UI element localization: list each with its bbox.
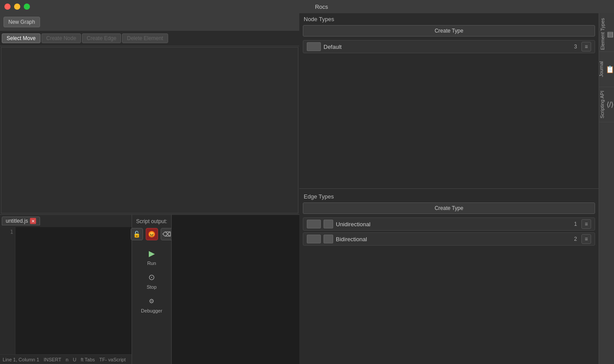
bottom-section: untitled.js ✕ 1 Line 1, Column 1 INSERT … [0, 214, 299, 364]
script-tab[interactable]: untitled.js ✕ [2, 217, 40, 225]
script-output-label: Script output: [136, 218, 167, 224]
debugger-label: Debugger [141, 308, 162, 313]
edge-type-color-uni[interactable] [307, 220, 321, 228]
node-type-color[interactable] [307, 42, 321, 51]
status-script: TF- vaScript [99, 357, 126, 362]
right-panel: Node Types Create Type Default 3 ≡ Edge … [299, 13, 599, 364]
line-numbers: 1 [0, 227, 15, 354]
section-divider [299, 188, 599, 189]
element-types-label: Element Types [600, 18, 605, 50]
lock-icon[interactable]: 🔓 [131, 228, 143, 240]
toolbar: New Graph [0, 13, 299, 31]
line-number-1: 1 [2, 229, 13, 235]
element-types-icon: ▤ [607, 30, 614, 38]
graph-canvas [1, 47, 298, 213]
edge-type-name-bi: Bidirectional [336, 236, 571, 243]
edge-type-list-button-bi[interactable]: ≡ [581, 234, 591, 244]
right-sidebar: ▤ Element Types 📋 Journal ⟨/⟩ Scripting … [599, 13, 614, 364]
script-editor: untitled.js ✕ 1 Line 1, Column 1 INSERT … [0, 215, 132, 364]
left-panel: New Graph Select Move Create Node Create… [0, 13, 299, 364]
graph-tools: Select Move Create Node Create Edge Dele… [0, 31, 299, 46]
editor-tabs: untitled.js ✕ [0, 215, 132, 227]
edge-type-color-bi[interactable] [307, 235, 321, 243]
create-node-type-button[interactable]: Create Type [303, 25, 595, 37]
sidebar-item-element-types[interactable]: ▤ Element Types [599, 17, 614, 52]
node-type-row: Default 3 ≡ [303, 40, 595, 53]
sidebar-item-journal[interactable]: 📋 Journal [599, 52, 614, 87]
edge-type-list-button-uni[interactable]: ≡ [581, 219, 591, 229]
editor-body: 1 [0, 227, 132, 354]
debugger-button[interactable]: ⚙ Debugger [139, 293, 164, 315]
status-spaces: U [73, 357, 76, 362]
script-output-area [172, 215, 299, 364]
scripting-api-label: Scripting API [599, 91, 605, 118]
edge-type-count-uni: 1 [574, 221, 577, 227]
node-types-header: Node Types [299, 13, 599, 25]
node-type-name: Default [324, 44, 571, 50]
status-mode: INSERT [44, 357, 61, 362]
edge-types-header: Edge Types [299, 191, 599, 202]
edge-types-panel: Edge Types Create Type Unidirectional 1 … [299, 191, 599, 364]
run-icon: ▶ [146, 247, 158, 260]
sidebar-item-scripting-api[interactable]: ⟨/⟩ Scripting API [599, 87, 614, 122]
editor-status: Line 1, Column 1 INSERT n U ft Tabs TF- … [0, 354, 132, 364]
script-tab-label: untitled.js [6, 218, 28, 224]
tab-close-button[interactable]: ✕ [30, 218, 36, 224]
scripting-api-icon: ⟨/⟩ [607, 100, 614, 109]
edge-type-shape-uni[interactable] [324, 220, 333, 228]
main-layout: New Graph Select Move Create Node Create… [0, 13, 614, 364]
create-edge-button[interactable]: Create Edge [82, 33, 121, 43]
clear-icon[interactable]: ⌫ [161, 228, 173, 240]
delete-element-button[interactable]: Delete Element [122, 33, 168, 43]
create-edge-type-button[interactable]: Create Type [303, 202, 595, 214]
titlebar: Rocs [0, 0, 614, 13]
error-icon[interactable]: 😡 [146, 228, 158, 240]
select-move-button[interactable]: Select Move [2, 33, 40, 43]
edge-type-shape-bi[interactable] [324, 235, 333, 243]
node-types-panel: Node Types Create Type Default 3 ≡ [299, 13, 599, 187]
node-type-count: 3 [574, 44, 577, 50]
stop-button[interactable]: ⊙ Stop [144, 269, 160, 291]
run-label: Run [147, 261, 156, 266]
minimize-button[interactable] [14, 4, 20, 10]
edge-type-row-unidirectional: Unidirectional 1 ≡ [303, 217, 595, 231]
node-type-list-button[interactable]: ≡ [581, 42, 591, 51]
app-title: Rocs [33, 4, 610, 10]
status-position: Line 1, Column 1 [3, 357, 39, 362]
edge-type-count-bi: 2 [574, 236, 577, 242]
edge-type-row-bidirectional: Bidirectional 2 ≡ [303, 232, 595, 246]
status-indent: n [66, 357, 68, 362]
journal-icon: 📋 [606, 65, 614, 74]
code-editor[interactable] [15, 227, 132, 354]
stop-label: Stop [147, 284, 157, 290]
control-icons: 🔓 😡 ⌫ [131, 228, 173, 240]
run-button[interactable]: ▶ Run [144, 246, 160, 268]
close-button[interactable] [4, 4, 11, 10]
status-tabs: ft Tabs [81, 357, 95, 362]
edge-type-name-uni: Unidirectional [336, 221, 571, 228]
journal-label: Journal [599, 61, 604, 77]
maximize-button[interactable] [24, 4, 30, 10]
create-node-button[interactable]: Create Node [41, 33, 81, 43]
stop-icon: ⊙ [146, 271, 158, 283]
script-controls: Script output: 🔓 😡 ⌫ ▶ Run ⊙ Stop ⚙ Debu… [132, 215, 172, 364]
new-graph-button[interactable]: New Graph [4, 17, 40, 27]
debugger-icon: ⚙ [145, 295, 158, 307]
